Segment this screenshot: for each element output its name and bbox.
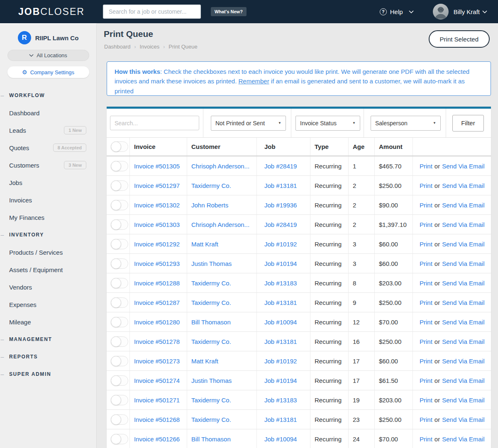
print-selected-button[interactable]: Print Selected: [429, 30, 490, 48]
invoice-link[interactable]: Invoice #501287: [134, 299, 180, 306]
invoice-link[interactable]: Invoice #501303: [134, 221, 180, 228]
row-toggle[interactable]: [111, 278, 128, 288]
job-link[interactable]: Job #13183: [264, 397, 297, 404]
filter-button[interactable]: Filter: [452, 115, 484, 131]
global-search-input[interactable]: [103, 5, 201, 19]
locations-dropdown[interactable]: All Locations: [7, 50, 89, 61]
print-link[interactable]: Print: [420, 436, 432, 443]
print-link[interactable]: Print: [420, 221, 432, 228]
breadcrumb-dashboard[interactable]: Dashboard: [104, 44, 131, 50]
print-link[interactable]: Print: [420, 358, 432, 365]
invoice-link[interactable]: Invoice #501293: [134, 260, 180, 267]
customer-link[interactable]: Taxidermy Co.: [191, 299, 231, 306]
row-toggle[interactable]: [111, 375, 128, 386]
job-link[interactable]: Job #13181: [264, 182, 297, 189]
table-search-input[interactable]: [110, 116, 199, 130]
print-link[interactable]: Print: [420, 397, 432, 404]
print-link[interactable]: Print: [420, 416, 432, 423]
invoice-link[interactable]: Invoice #501297: [134, 182, 180, 189]
job-link[interactable]: Job #19936: [264, 202, 297, 209]
sidebar-item[interactable]: Quotes 8 Accepted: [0, 139, 96, 156]
invoice-link[interactable]: Invoice #501302: [134, 202, 180, 209]
customer-link[interactable]: Chrisoph Anderson...: [191, 163, 249, 170]
row-toggle[interactable]: [111, 317, 128, 327]
job-link[interactable]: Job #10194: [264, 260, 297, 267]
job-link[interactable]: Job #13181: [264, 338, 297, 345]
invoice-link[interactable]: Invoice #501292: [134, 241, 180, 248]
customer-link[interactable]: John Roberts: [191, 202, 228, 209]
job-link[interactable]: Job #10094: [264, 436, 297, 443]
job-link[interactable]: Job #13181: [264, 416, 297, 423]
send-email-link[interactable]: Send Via Email: [442, 299, 484, 306]
send-email-link[interactable]: Send Via Email: [442, 319, 484, 326]
print-link[interactable]: Print: [420, 319, 432, 326]
job-link[interactable]: Job #28419: [264, 163, 297, 170]
send-email-link[interactable]: Send Via Email: [442, 338, 484, 345]
print-link[interactable]: Print: [420, 260, 432, 267]
print-link[interactable]: Print: [420, 163, 432, 170]
customer-link[interactable]: Taxidermy Co.: [191, 182, 231, 189]
customer-link[interactable]: Taxidermy Co.: [191, 397, 231, 404]
print-link[interactable]: Print: [420, 280, 432, 287]
row-toggle[interactable]: [111, 434, 128, 444]
invoice-link[interactable]: Invoice #501268: [134, 416, 180, 423]
sidebar-item[interactable]: Expenses: [0, 296, 96, 313]
send-email-link[interactable]: Send Via Email: [442, 260, 484, 267]
row-toggle[interactable]: [111, 336, 128, 347]
print-link[interactable]: Print: [420, 299, 432, 306]
sidebar-item[interactable]: Leads 1 New: [0, 122, 96, 139]
row-toggle[interactable]: [111, 200, 128, 210]
customer-link[interactable]: Justin Thomas: [191, 377, 232, 384]
row-toggle[interactable]: [111, 258, 128, 269]
invoice-status-select[interactable]: Invoice Status ▼: [295, 116, 360, 131]
row-toggle[interactable]: [111, 297, 128, 308]
sidebar-item[interactable]: Vendors: [0, 278, 96, 296]
customer-link[interactable]: Taxidermy Co.: [191, 416, 231, 423]
job-link[interactable]: Job #10094: [264, 319, 297, 326]
customer-link[interactable]: Taxidermy Co.: [191, 280, 231, 287]
invoice-link[interactable]: Invoice #501280: [134, 319, 180, 326]
customer-link[interactable]: Chrisoph Anderson...: [191, 221, 249, 228]
user-menu[interactable]: Billy Kraft: [433, 4, 487, 19]
print-link[interactable]: Print: [420, 202, 432, 209]
select-all-toggle[interactable]: [111, 141, 128, 152]
send-email-link[interactable]: Send Via Email: [442, 280, 484, 287]
customer-link[interactable]: Justin Thomas: [191, 260, 232, 267]
row-toggle[interactable]: [111, 180, 128, 191]
print-link[interactable]: Print: [420, 241, 432, 248]
invoice-link[interactable]: Invoice #501274: [134, 377, 180, 384]
invoice-link[interactable]: Invoice #501271: [134, 397, 180, 404]
invoice-link[interactable]: Invoice #501273: [134, 358, 180, 365]
job-link[interactable]: Job #10192: [264, 358, 297, 365]
send-email-link[interactable]: Send Via Email: [442, 221, 484, 228]
row-toggle[interactable]: [111, 356, 128, 366]
print-link[interactable]: Print: [420, 338, 432, 345]
send-email-link[interactable]: Send Via Email: [442, 163, 484, 170]
job-link[interactable]: Job #10194: [264, 377, 297, 384]
sidebar-item[interactable]: Mileage: [0, 313, 96, 331]
job-link[interactable]: Job #10192: [264, 241, 297, 248]
sidebar-item[interactable]: My Finances: [0, 209, 96, 226]
invoice-link[interactable]: Invoice #501266: [134, 436, 180, 443]
send-email-link[interactable]: Send Via Email: [442, 202, 484, 209]
invoice-link[interactable]: Invoice #501278: [134, 338, 180, 345]
print-link[interactable]: Print: [420, 377, 432, 384]
send-email-link[interactable]: Send Via Email: [442, 182, 484, 189]
printed-status-select[interactable]: Not Printed or Sent ▼: [211, 116, 286, 131]
row-toggle[interactable]: [111, 239, 128, 249]
row-toggle[interactable]: [111, 219, 128, 230]
row-toggle[interactable]: [111, 161, 128, 171]
job-link[interactable]: Job #13181: [264, 299, 297, 306]
customer-link[interactable]: Bill Thomason: [191, 319, 231, 326]
customer-link[interactable]: Matt Kraft: [191, 358, 218, 365]
help-menu[interactable]: ? Help: [380, 8, 414, 15]
sidebar-item[interactable]: Products / Services: [0, 243, 96, 261]
row-toggle[interactable]: [111, 395, 128, 405]
customer-link[interactable]: Matt Kraft: [191, 241, 218, 248]
send-email-link[interactable]: Send Via Email: [442, 358, 484, 365]
sidebar-item[interactable]: Jobs: [0, 174, 96, 191]
job-link[interactable]: Job #13183: [264, 280, 297, 287]
send-email-link[interactable]: Send Via Email: [442, 436, 484, 443]
breadcrumb-invoices[interactable]: Invoices: [140, 44, 160, 50]
invoice-link[interactable]: Invoice #501305: [134, 163, 180, 170]
